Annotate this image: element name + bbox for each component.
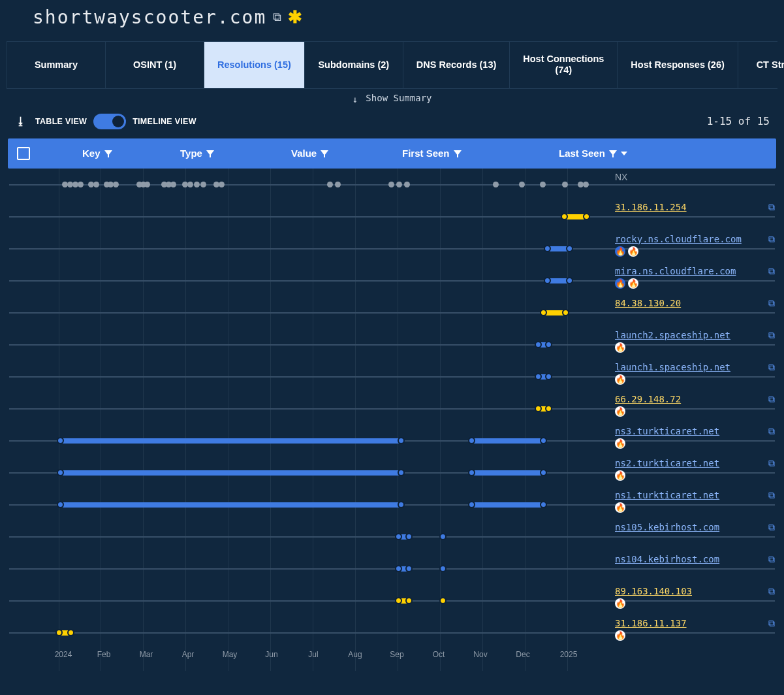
row-value-link[interactable]: ns1.turkticaret.net bbox=[615, 490, 719, 500]
datapoint[interactable] bbox=[468, 437, 475, 444]
datapoint[interactable] bbox=[335, 182, 341, 187]
fire-icon[interactable]: 🔥 bbox=[628, 246, 638, 257]
fire-icon[interactable]: 🔥 bbox=[615, 246, 625, 257]
tab-5[interactable]: Host Connections(74) bbox=[510, 42, 618, 88]
datapoint[interactable] bbox=[540, 469, 547, 476]
copy-icon[interactable]: ⧉ bbox=[768, 426, 775, 437]
fire-icon[interactable]: 🔥 bbox=[615, 502, 625, 513]
tab-2[interactable]: Resolutions (15) bbox=[204, 42, 305, 88]
datapoint[interactable] bbox=[67, 629, 74, 636]
row-value-link[interactable]: 84.38.130.20 bbox=[615, 298, 681, 308]
copy-icon[interactable]: ⧉ bbox=[768, 298, 775, 309]
fire-icon[interactable]: 🔥 bbox=[615, 470, 625, 481]
datapoint[interactable] bbox=[545, 405, 552, 412]
download-icon[interactable]: ⭳ bbox=[16, 116, 26, 127]
datapoint[interactable] bbox=[561, 213, 568, 220]
fire-icon[interactable]: 🔥 bbox=[615, 438, 625, 449]
fire-icon[interactable]: 🔥 bbox=[615, 278, 625, 289]
copy-icon[interactable]: ⧉ bbox=[768, 362, 775, 373]
datapoint[interactable] bbox=[562, 309, 569, 316]
copy-icon[interactable]: ⧉ bbox=[768, 586, 775, 597]
datapoint[interactable] bbox=[113, 182, 119, 187]
timeline-row[interactable]: ns1.turkticaret.net🔥⧉ bbox=[8, 489, 776, 521]
datapoint[interactable] bbox=[540, 182, 546, 187]
star-icon[interactable]: ✱ bbox=[288, 7, 302, 27]
timeline-row[interactable]: 31.186.11.254⧉ bbox=[8, 201, 776, 233]
copy-icon[interactable]: ⧉ bbox=[768, 202, 775, 213]
show-summary-toggle[interactable]: ↓ Show Summary bbox=[7, 89, 777, 107]
timeline-row[interactable]: ns3.turkticaret.net🔥⧉ bbox=[8, 425, 776, 457]
timeline-row[interactable]: launch1.spaceship.net🔥⧉ bbox=[8, 361, 776, 393]
copy-icon[interactable]: ⧉ bbox=[768, 330, 775, 341]
datapoint[interactable] bbox=[398, 501, 405, 508]
datapoint[interactable] bbox=[468, 469, 475, 476]
datapoint[interactable] bbox=[535, 373, 542, 380]
col-value[interactable]: Value bbox=[291, 148, 402, 159]
timeline-row[interactable]: rocky.ns.cloudflare.com🔥🔥⧉ bbox=[8, 233, 776, 265]
datapoint[interactable] bbox=[535, 341, 542, 348]
datapoint[interactable] bbox=[398, 469, 405, 476]
datapoint[interactable] bbox=[519, 182, 525, 187]
row-value-link[interactable]: 31.186.11.254 bbox=[615, 202, 687, 212]
tab-4[interactable]: DNS Records (13) bbox=[403, 42, 510, 88]
timeline-row[interactable]: 66.29.148.72🔥⧉ bbox=[8, 393, 776, 425]
row-value-link[interactable]: 89.163.140.103 bbox=[615, 586, 692, 596]
datapoint[interactable] bbox=[404, 182, 410, 187]
datapoint[interactable] bbox=[405, 565, 413, 572]
timeline-row[interactable]: ns104.kebirhost.com⧉ bbox=[8, 553, 776, 585]
col-key[interactable]: Key bbox=[82, 148, 180, 159]
datapoint[interactable] bbox=[93, 182, 99, 187]
row-value-link[interactable]: launch2.spaceship.net bbox=[615, 330, 730, 340]
tab-0[interactable]: Summary bbox=[7, 42, 106, 88]
datapoint[interactable] bbox=[439, 565, 447, 572]
row-value-link[interactable]: 31.186.11.137 bbox=[615, 618, 687, 628]
col-last-seen[interactable]: Last Seen bbox=[559, 148, 689, 159]
datapoint[interactable] bbox=[545, 341, 552, 348]
table-view-label[interactable]: TABLE VIEW bbox=[35, 117, 87, 126]
datapoint[interactable] bbox=[395, 597, 402, 604]
datapoint[interactable] bbox=[405, 533, 413, 540]
timeline-row[interactable]: 31.186.11.137🔥⧉ bbox=[8, 617, 776, 649]
datapoint[interactable] bbox=[395, 533, 402, 540]
fire-icon[interactable]: 🔥 bbox=[615, 406, 625, 417]
row-value-link[interactable]: 66.29.148.72 bbox=[615, 394, 681, 404]
copy-icon[interactable]: ⧉ bbox=[768, 618, 775, 629]
datapoint[interactable] bbox=[396, 182, 402, 187]
view-toggle[interactable] bbox=[93, 114, 126, 129]
datapoint[interactable] bbox=[57, 437, 64, 444]
fire-icon[interactable]: 🔥 bbox=[615, 630, 625, 641]
row-value-link[interactable]: ns104.kebirhost.com bbox=[615, 554, 719, 564]
row-value-link[interactable]: launch1.spaceship.net bbox=[615, 362, 730, 372]
datapoint[interactable] bbox=[57, 501, 64, 508]
datapoint[interactable] bbox=[57, 469, 64, 476]
datapoint[interactable] bbox=[439, 597, 447, 604]
datapoint[interactable] bbox=[439, 533, 447, 540]
copy-icon[interactable]: ⧉ bbox=[768, 522, 775, 533]
copy-icon[interactable]: ⧉ bbox=[768, 266, 775, 277]
datapoint[interactable] bbox=[327, 182, 333, 187]
tab-1[interactable]: OSINT (1) bbox=[106, 42, 204, 88]
datapoint[interactable] bbox=[493, 182, 499, 187]
tab-6[interactable]: Host Responses (26) bbox=[618, 42, 738, 88]
datapoint[interactable] bbox=[566, 277, 573, 284]
datapoint[interactable] bbox=[187, 182, 193, 187]
copy-icon[interactable]: ⧉ bbox=[768, 490, 775, 501]
fire-icon[interactable]: 🔥 bbox=[615, 374, 625, 385]
datapoint[interactable] bbox=[194, 182, 200, 187]
row-value-link[interactable]: rocky.ns.cloudflare.com bbox=[615, 234, 742, 244]
col-first-seen[interactable]: First Seen bbox=[402, 148, 559, 159]
datapoint[interactable] bbox=[405, 597, 413, 604]
datapoint[interactable] bbox=[78, 182, 84, 187]
row-value-link[interactable]: ns3.turkticaret.net bbox=[615, 426, 719, 436]
datapoint[interactable] bbox=[535, 405, 542, 412]
copy-icon[interactable]: ⧉ bbox=[768, 458, 775, 469]
copy-icon[interactable]: ⧉ bbox=[768, 234, 775, 245]
timeline-row[interactable]: ns105.kebirhost.com⧉ bbox=[8, 521, 776, 553]
copy-icon[interactable]: ⧉ bbox=[768, 554, 775, 565]
timeline-row[interactable]: 89.163.140.103🔥⧉ bbox=[8, 585, 776, 617]
copy-icon[interactable]: ⧉ bbox=[768, 394, 775, 405]
datapoint[interactable] bbox=[398, 437, 405, 444]
timeline-row[interactable]: ns2.turkticaret.net🔥⧉ bbox=[8, 457, 776, 489]
datapoint[interactable] bbox=[219, 182, 225, 187]
datapoint[interactable] bbox=[583, 213, 590, 220]
